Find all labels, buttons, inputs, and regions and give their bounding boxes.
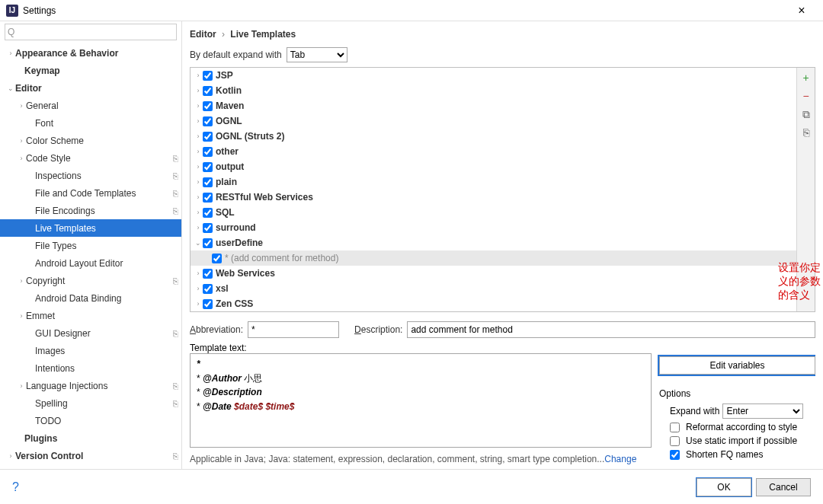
caret-icon: › [194, 209, 203, 216]
sidebar-item-file-and-code-templates[interactable]: File and Code Templates⎘ [0, 184, 181, 202]
group-checkbox[interactable] [203, 193, 213, 203]
sidebar-item-images[interactable]: Images [0, 342, 181, 359]
gear-icon: ⎘ [173, 399, 178, 408]
annotation-text: 设置你定义的参数的含义 [778, 261, 823, 302]
sidebar-item-gui-designer[interactable]: GUI Designer⎘ [0, 324, 181, 342]
expand-with-select[interactable]: Enter [722, 404, 803, 419]
template-group-jsp[interactable]: ›JSP [191, 68, 796, 83]
template-item[interactable]: * (add comment for method) [191, 250, 796, 266]
ok-button[interactable]: OK [697, 478, 751, 496]
shorten-fq-label: Shorten FQ names [686, 449, 763, 460]
gear-icon: ⎘ [173, 451, 178, 461]
crumb-a: Editor [190, 29, 216, 40]
chevron-icon: › [6, 49, 15, 57]
chevron-icon: › [6, 452, 15, 460]
group-checkbox[interactable] [203, 223, 213, 233]
sidebar-item-font[interactable]: Font [0, 114, 181, 132]
sidebar-item-color-scheme[interactable]: ›Color Scheme [0, 132, 181, 149]
caret-icon: › [194, 132, 203, 140]
template-group-other[interactable]: ›other [191, 144, 796, 159]
template-group-kotlin[interactable]: ›Kotlin [191, 83, 796, 98]
template-text-area[interactable]: * * @Author 小思 * @Description * @Date $d… [190, 353, 652, 448]
group-checkbox[interactable] [203, 177, 213, 187]
group-checkbox[interactable] [203, 238, 213, 248]
edit-variables-button[interactable]: Edit variables [659, 356, 815, 375]
group-checkbox[interactable] [203, 86, 213, 96]
sidebar-item-spelling[interactable]: Spelling⎘ [0, 394, 181, 412]
sidebar-item-editor[interactable]: ⌄Editor [0, 79, 181, 97]
sidebar-item-file-encodings[interactable]: File Encodings⎘ [0, 202, 181, 219]
sidebar-item-file-types[interactable]: File Types [0, 237, 181, 254]
sidebar-item-inspections[interactable]: Inspections⎘ [0, 167, 181, 184]
group-checkbox[interactable] [203, 101, 213, 111]
desc-label: Description: [354, 324, 402, 335]
static-import-checkbox[interactable] [670, 436, 680, 446]
remove-icon[interactable]: − [799, 89, 813, 103]
template-group-sql[interactable]: ›SQL [191, 205, 796, 220]
reformat-checkbox[interactable] [670, 423, 680, 432]
sidebar-item-appearance-behavior[interactable]: ›Appearance & Behavior [0, 44, 181, 62]
group-checkbox[interactable] [203, 299, 213, 309]
group-checkbox[interactable] [203, 208, 213, 218]
chevron-icon: ⌄ [6, 85, 15, 92]
template-groups-list[interactable]: ›JSP›Kotlin›Maven›OGNL›OGNL (Struts 2)›o… [191, 68, 796, 311]
window-title: Settings [23, 5, 56, 16]
group-checkbox[interactable] [203, 132, 213, 142]
sidebar-item-live-templates[interactable]: Live Templates [0, 219, 181, 237]
sidebar-item-intentions[interactable]: Intentions [0, 359, 181, 377]
template-group-userdefine[interactable]: ⌄userDefine [191, 235, 796, 250]
default-expand-select[interactable]: Tab [287, 47, 347, 62]
template-group-restful-web-services[interactable]: ›RESTful Web Services [191, 190, 796, 205]
copy-icon[interactable]: ⧉ [799, 107, 813, 121]
template-group-web-services[interactable]: ›Web Services [191, 266, 796, 281]
crumb-b: Live Templates [230, 29, 296, 40]
chevron-icon: › [17, 277, 26, 285]
search-input[interactable] [5, 24, 177, 40]
sidebar-item-code-style[interactable]: ›Code Style⎘ [0, 149, 181, 167]
group-checkbox[interactable] [203, 116, 213, 126]
sidebar-item-emmet[interactable]: ›Emmet [0, 307, 181, 324]
shorten-fq-checkbox[interactable] [670, 450, 680, 460]
template-groups: ›JSP›Kotlin›Maven›OGNL›OGNL (Struts 2)›o… [190, 67, 815, 312]
template-group-maven[interactable]: ›Maven [191, 98, 796, 113]
abbr-input[interactable] [248, 321, 339, 338]
add-icon[interactable]: + [799, 71, 813, 85]
sidebar-item-language-injections[interactable]: ›Language Injections⎘ [0, 377, 181, 394]
caret-icon: › [194, 72, 203, 79]
group-checkbox[interactable] [203, 147, 213, 157]
template-text-label: Template text: [190, 343, 652, 353]
chevron-icon: › [17, 155, 26, 162]
template-group-output[interactable]: ›output [191, 159, 796, 174]
group-checkbox[interactable] [203, 284, 213, 294]
template-group-ognl[interactable]: ›OGNL [191, 113, 796, 129]
template-group-xsl[interactable]: ›xsl [191, 281, 796, 296]
group-checkbox[interactable] [203, 71, 213, 81]
change-link[interactable]: Change [604, 454, 636, 464]
template-group-zen-css[interactable]: ›Zen CSS [191, 296, 796, 311]
template-group-ognl-struts-2-[interactable]: ›OGNL (Struts 2) [191, 129, 796, 144]
sidebar-item-copyright[interactable]: ›Copyright⎘ [0, 272, 181, 289]
group-checkbox[interactable] [203, 269, 213, 279]
settings-tree[interactable]: ›Appearance & BehaviorKeymap⌄Editor›Gene… [0, 43, 181, 469]
gear-icon: ⎘ [173, 154, 178, 163]
cancel-button[interactable]: Cancel [756, 478, 811, 496]
content-pane: Editor › Live Templates By default expan… [182, 21, 823, 469]
caret-icon: › [194, 300, 203, 308]
sidebar-item-android-data-binding[interactable]: Android Data Binding [0, 289, 181, 307]
template-group-surround[interactable]: ›surround [191, 220, 796, 235]
template-group-plain[interactable]: ›plain [191, 174, 796, 190]
sidebar-item-keymap[interactable]: Keymap [0, 62, 181, 79]
sidebar-item-version-control[interactable]: ›Version Control⎘ [0, 447, 181, 464]
desc-input[interactable] [407, 321, 815, 338]
close-button[interactable]: × [786, 4, 817, 18]
sidebar-item-general[interactable]: ›General [0, 97, 181, 114]
group-checkbox[interactable] [203, 162, 213, 172]
sidebar-item-plugins[interactable]: Plugins [0, 429, 181, 447]
paste-icon[interactable]: ⎘ [799, 126, 813, 139]
sidebar-item-todo[interactable]: TODO [0, 412, 181, 429]
sidebar-item-android-layout-editor[interactable]: Android Layout Editor [0, 254, 181, 272]
crumb-sep: › [222, 29, 225, 40]
search-icon: Q [8, 27, 14, 37]
item-checkbox[interactable] [212, 254, 222, 263]
help-icon[interactable]: ? [12, 480, 19, 494]
